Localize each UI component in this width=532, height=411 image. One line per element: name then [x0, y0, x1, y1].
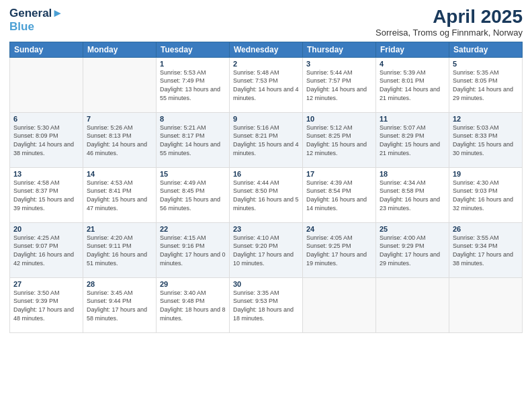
- day-number: 6: [13, 115, 79, 123]
- weekday-header: Thursday: [303, 42, 376, 57]
- calendar-week-row: 27Sunrise: 3:50 AMSunset: 9:39 PMDayligh…: [10, 277, 523, 332]
- day-info: Sunrise: 5:48 AMSunset: 7:53 PMDaylight:…: [233, 68, 299, 102]
- day-info: Sunrise: 3:35 AMSunset: 9:53 PMDaylight:…: [233, 289, 299, 322]
- day-number: 16: [233, 170, 299, 178]
- calendar-week-row: 13Sunrise: 4:58 AMSunset: 8:37 PMDayligh…: [10, 167, 523, 222]
- weekday-header: Saturday: [449, 42, 523, 57]
- calendar-week-row: 6Sunrise: 5:30 AMSunset: 8:09 PMDaylight…: [10, 112, 523, 167]
- day-info: Sunrise: 5:21 AMSunset: 8:17 PMDaylight:…: [160, 124, 226, 157]
- day-info: Sunrise: 4:58 AMSunset: 8:37 PMDaylight:…: [13, 179, 79, 212]
- calendar-day-cell: 24Sunrise: 4:05 AMSunset: 9:25 PMDayligh…: [303, 222, 376, 277]
- calendar-day-cell: 6Sunrise: 5:30 AMSunset: 8:09 PMDaylight…: [10, 112, 83, 167]
- weekday-header: Monday: [83, 42, 157, 57]
- weekday-header: Friday: [376, 42, 449, 57]
- day-info: Sunrise: 4:44 AMSunset: 8:50 PMDaylight:…: [233, 179, 299, 212]
- calendar-day-cell: 23Sunrise: 4:10 AMSunset: 9:20 PMDayligh…: [230, 222, 303, 277]
- weekday-header: Wednesday: [230, 42, 303, 57]
- day-info: Sunrise: 5:53 AMSunset: 7:49 PMDaylight:…: [160, 68, 226, 102]
- calendar-day-cell: 29Sunrise: 3:40 AMSunset: 9:48 PMDayligh…: [157, 277, 230, 332]
- calendar-day-cell: [303, 277, 376, 332]
- weekday-header-row: SundayMondayTuesdayWednesdayThursdayFrid…: [10, 42, 523, 57]
- day-info: Sunrise: 4:34 AMSunset: 8:58 PMDaylight:…: [380, 179, 445, 212]
- day-info: Sunrise: 5:16 AMSunset: 8:21 PMDaylight:…: [233, 124, 299, 157]
- calendar-day-cell: 8Sunrise: 5:21 AMSunset: 8:17 PMDaylight…: [157, 112, 230, 167]
- day-number: 10: [306, 115, 372, 123]
- day-number: 15: [160, 170, 226, 178]
- day-number: 20: [13, 225, 79, 233]
- calendar-day-cell: 5Sunrise: 5:35 AMSunset: 8:05 PMDaylight…: [449, 57, 523, 112]
- day-info: Sunrise: 3:40 AMSunset: 9:48 PMDaylight:…: [160, 289, 226, 322]
- day-number: 26: [453, 225, 519, 233]
- day-info: Sunrise: 3:45 AMSunset: 9:44 PMDaylight:…: [87, 289, 152, 322]
- calendar-day-cell: 17Sunrise: 4:39 AMSunset: 8:54 PMDayligh…: [303, 167, 376, 222]
- header: General► Blue April 2025 Sorreisa, Troms…: [9, 7, 523, 38]
- day-info: Sunrise: 4:39 AMSunset: 8:54 PMDaylight:…: [306, 179, 372, 212]
- day-number: 19: [453, 170, 519, 178]
- calendar-day-cell: 20Sunrise: 4:25 AMSunset: 9:07 PMDayligh…: [10, 222, 83, 277]
- day-info: Sunrise: 4:49 AMSunset: 8:45 PMDaylight:…: [160, 179, 226, 212]
- calendar-day-cell: [10, 57, 83, 112]
- day-number: 17: [306, 170, 372, 178]
- day-number: 2: [233, 60, 299, 68]
- day-info: Sunrise: 5:12 AMSunset: 8:25 PMDaylight:…: [306, 124, 372, 157]
- month-title: April 2025: [375, 7, 523, 28]
- day-info: Sunrise: 5:44 AMSunset: 7:57 PMDaylight:…: [306, 68, 372, 102]
- title-area: April 2025 Sorreisa, Troms og Finnmark, …: [375, 7, 523, 38]
- day-number: 11: [380, 115, 445, 123]
- calendar-day-cell: 19Sunrise: 4:30 AMSunset: 9:03 PMDayligh…: [449, 167, 523, 222]
- calendar-day-cell: 11Sunrise: 5:07 AMSunset: 8:29 PMDayligh…: [376, 112, 449, 167]
- day-number: 25: [380, 225, 445, 233]
- day-number: 9: [233, 115, 299, 123]
- day-info: Sunrise: 4:10 AMSunset: 9:20 PMDaylight:…: [233, 234, 299, 267]
- calendar-day-cell: 1Sunrise: 5:53 AMSunset: 7:49 PMDaylight…: [157, 57, 230, 112]
- calendar-day-cell: 30Sunrise: 3:35 AMSunset: 9:53 PMDayligh…: [230, 277, 303, 332]
- day-info: Sunrise: 5:07 AMSunset: 8:29 PMDaylight:…: [380, 124, 445, 157]
- calendar-day-cell: [376, 277, 449, 332]
- calendar-day-cell: 27Sunrise: 3:50 AMSunset: 9:39 PMDayligh…: [10, 277, 83, 332]
- logo: General► Blue: [9, 7, 63, 33]
- day-number: 3: [306, 60, 372, 68]
- day-number: 5: [453, 60, 519, 68]
- weekday-header: Tuesday: [157, 42, 230, 57]
- day-number: 30: [233, 280, 299, 288]
- calendar-day-cell: 16Sunrise: 4:44 AMSunset: 8:50 PMDayligh…: [230, 167, 303, 222]
- day-info: Sunrise: 5:26 AMSunset: 8:13 PMDaylight:…: [87, 124, 152, 157]
- logo-line1: General►: [9, 7, 63, 20]
- day-info: Sunrise: 4:53 AMSunset: 8:41 PMDaylight:…: [87, 179, 152, 212]
- day-info: Sunrise: 4:20 AMSunset: 9:11 PMDaylight:…: [87, 234, 152, 267]
- day-info: Sunrise: 4:30 AMSunset: 9:03 PMDaylight:…: [453, 179, 519, 212]
- calendar-day-cell: 3Sunrise: 5:44 AMSunset: 7:57 PMDaylight…: [303, 57, 376, 112]
- day-info: Sunrise: 5:03 AMSunset: 8:33 PMDaylight:…: [453, 124, 519, 157]
- day-info: Sunrise: 3:50 AMSunset: 9:39 PMDaylight:…: [13, 289, 79, 322]
- day-number: 1: [160, 60, 226, 68]
- day-number: 23: [233, 225, 299, 233]
- day-info: Sunrise: 5:35 AMSunset: 8:05 PMDaylight:…: [453, 68, 519, 102]
- day-number: 22: [160, 225, 226, 233]
- day-number: 7: [87, 115, 152, 123]
- day-number: 21: [87, 225, 152, 233]
- weekday-header: Sunday: [10, 42, 83, 57]
- calendar-day-cell: 7Sunrise: 5:26 AMSunset: 8:13 PMDaylight…: [83, 112, 157, 167]
- day-number: 28: [87, 280, 152, 288]
- calendar-day-cell: 14Sunrise: 4:53 AMSunset: 8:41 PMDayligh…: [83, 167, 157, 222]
- calendar-day-cell: [83, 57, 157, 112]
- calendar-day-cell: 22Sunrise: 4:15 AMSunset: 9:16 PMDayligh…: [157, 222, 230, 277]
- day-number: 24: [306, 225, 372, 233]
- calendar-day-cell: 13Sunrise: 4:58 AMSunset: 8:37 PMDayligh…: [10, 167, 83, 222]
- calendar-day-cell: 25Sunrise: 4:00 AMSunset: 9:29 PMDayligh…: [376, 222, 449, 277]
- day-info: Sunrise: 4:15 AMSunset: 9:16 PMDaylight:…: [160, 234, 226, 267]
- calendar-day-cell: 4Sunrise: 5:39 AMSunset: 8:01 PMDaylight…: [376, 57, 449, 112]
- day-info: Sunrise: 5:30 AMSunset: 8:09 PMDaylight:…: [13, 124, 79, 157]
- calendar-day-cell: 10Sunrise: 5:12 AMSunset: 8:25 PMDayligh…: [303, 112, 376, 167]
- day-number: 4: [380, 60, 445, 68]
- calendar-week-row: 1Sunrise: 5:53 AMSunset: 7:49 PMDaylight…: [10, 57, 523, 112]
- day-number: 18: [380, 170, 445, 178]
- calendar-day-cell: 18Sunrise: 4:34 AMSunset: 8:58 PMDayligh…: [376, 167, 449, 222]
- calendar-day-cell: 28Sunrise: 3:45 AMSunset: 9:44 PMDayligh…: [83, 277, 157, 332]
- calendar-day-cell: 12Sunrise: 5:03 AMSunset: 8:33 PMDayligh…: [449, 112, 523, 167]
- calendar-day-cell: 9Sunrise: 5:16 AMSunset: 8:21 PMDaylight…: [230, 112, 303, 167]
- day-info: Sunrise: 4:05 AMSunset: 9:25 PMDaylight:…: [306, 234, 372, 267]
- calendar-day-cell: 2Sunrise: 5:48 AMSunset: 7:53 PMDaylight…: [230, 57, 303, 112]
- calendar-day-cell: 15Sunrise: 4:49 AMSunset: 8:45 PMDayligh…: [157, 167, 230, 222]
- calendar-day-cell: 26Sunrise: 3:55 AMSunset: 9:34 PMDayligh…: [449, 222, 523, 277]
